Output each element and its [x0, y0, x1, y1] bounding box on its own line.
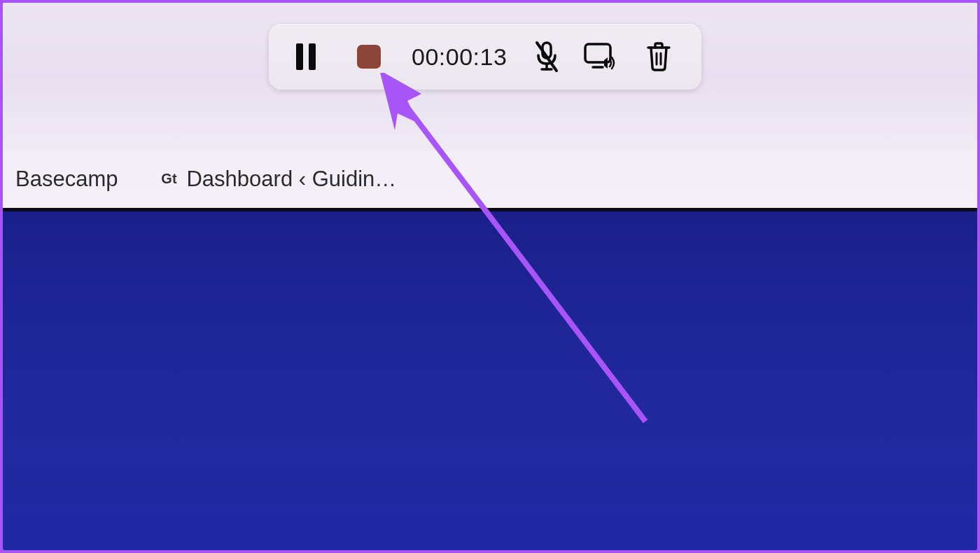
- delete-button[interactable]: [637, 35, 680, 78]
- system-audio-icon: [583, 42, 617, 71]
- pause-icon: [295, 43, 317, 70]
- svg-rect-2: [357, 45, 381, 69]
- favicon-icon: Gt: [158, 170, 179, 188]
- svg-rect-1: [309, 43, 316, 70]
- pause-button[interactable]: [284, 35, 328, 78]
- system-audio-button[interactable]: [578, 35, 622, 78]
- stop-icon: [357, 45, 381, 69]
- page-content: T: [3, 211, 977, 550]
- microphone-toggle-button[interactable]: [525, 35, 568, 78]
- screen-recording-toolbar: 00:00:13: [269, 24, 701, 90]
- bookmark-label: Dashboard ‹ Guidin…: [186, 167, 396, 192]
- recording-timer: 00:00:13: [412, 43, 507, 71]
- bookmark-label: Basecamp: [15, 167, 118, 192]
- screenshot-frame: 00:00:13: [3, 3, 977, 550]
- microphone-muted-icon: [531, 40, 562, 74]
- bookmarks-bar: Basecamp Gt Dashboard ‹ Guidin…: [3, 150, 977, 211]
- stop-button[interactable]: [347, 35, 391, 78]
- svg-rect-0: [296, 43, 303, 70]
- trash-icon: [645, 42, 672, 71]
- bookmark-item-basecamp[interactable]: Basecamp: [15, 167, 118, 192]
- bookmark-item-dashboard[interactable]: Gt Dashboard ‹ Guidin…: [158, 167, 396, 192]
